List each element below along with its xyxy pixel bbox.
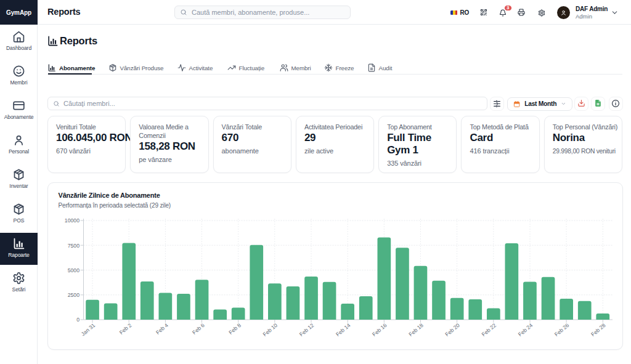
svg-text:Jan 31: Jan 31 (80, 322, 97, 338)
svg-text:Feb 20: Feb 20 (444, 322, 460, 338)
svg-text:7500: 7500 (68, 243, 79, 249)
svg-text:Feb 2: Feb 2 (118, 322, 133, 336)
svg-text:Feb 8: Feb 8 (227, 322, 242, 336)
svg-text:0: 0 (76, 317, 79, 323)
svg-text:Feb 16: Feb 16 (371, 322, 388, 338)
svg-text:Feb 4: Feb 4 (155, 322, 169, 336)
svg-text:Feb 18: Feb 18 (407, 322, 424, 338)
svg-text:Feb 28: Feb 28 (590, 322, 606, 338)
svg-text:Feb 14: Feb 14 (335, 322, 351, 338)
svg-text:Feb 10: Feb 10 (262, 322, 279, 338)
svg-text:Feb 26: Feb 26 (553, 322, 570, 338)
svg-text:Feb 22: Feb 22 (481, 322, 497, 338)
svg-text:2500: 2500 (68, 292, 79, 298)
svg-text:10000: 10000 (65, 217, 79, 224)
svg-text:Feb 6: Feb 6 (191, 322, 206, 336)
svg-text:Feb 12: Feb 12 (298, 322, 315, 338)
svg-text:Feb 24: Feb 24 (517, 322, 534, 338)
svg-text:5000: 5000 (68, 267, 79, 273)
